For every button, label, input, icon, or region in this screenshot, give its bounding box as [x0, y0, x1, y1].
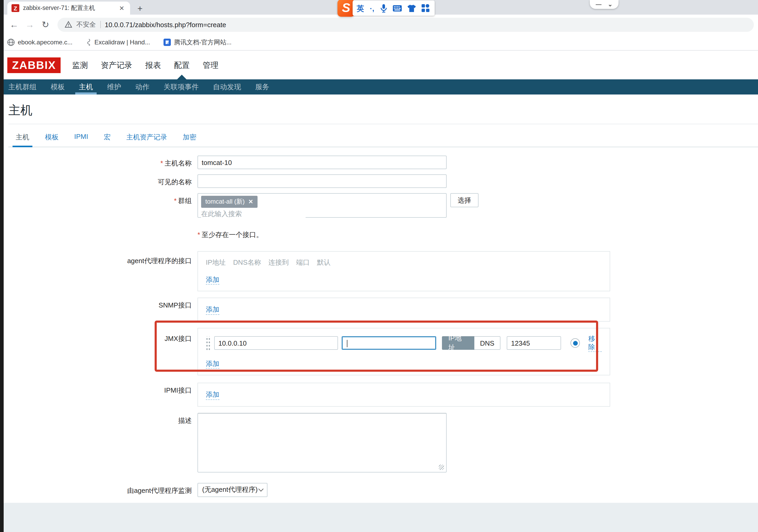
- visible-name-input[interactable]: [197, 174, 447, 188]
- minimize-icon[interactable]: —: [596, 2, 602, 7]
- groups-label: *群组: [8, 193, 197, 206]
- browser-toolbar: ← → ↻ 不安全 10.0.0.71/zabbix/hosts.php?for…: [0, 15, 758, 34]
- agent-columns: IP地址 DNS名称 连接到 端口 默认: [206, 258, 602, 267]
- jmx-dns-input[interactable]: [342, 337, 436, 350]
- screen-edge: [0, 0, 4, 532]
- group-chip-label: tomcat-all (新): [205, 197, 245, 206]
- label-text: IPMI接口: [164, 386, 192, 394]
- subnav-host-groups[interactable]: 主机群组: [8, 79, 37, 94]
- col-port: 端口: [296, 258, 310, 267]
- required-mark: *: [160, 159, 163, 167]
- sogou-logo-icon[interactable]: S: [337, 0, 355, 17]
- bookmark-excalidraw[interactable]: Excalidraw | Hand...: [86, 39, 150, 46]
- chevron-down-icon[interactable]: ⌄: [608, 2, 612, 7]
- label-text: 由agent代理程序监测: [127, 486, 192, 494]
- description-textarea[interactable]: [197, 413, 447, 472]
- bookmark-ebook[interactable]: ebook.apecome.c...: [7, 39, 72, 46]
- host-name-label: *主机名称: [8, 155, 197, 168]
- tab-ipmi[interactable]: IPMI: [74, 133, 88, 147]
- tab-title: zabbix-server-71: 配置主机: [23, 4, 114, 12]
- menu-item-administration[interactable]: 管理: [203, 60, 218, 70]
- ime-language-toggle[interactable]: 英: [357, 4, 364, 12]
- tab-macros[interactable]: 宏: [104, 133, 111, 147]
- label-text: JMX接口: [164, 334, 192, 342]
- jmx-remove-link[interactable]: 移除: [588, 334, 602, 352]
- tab-close-icon[interactable]: ✕: [118, 4, 126, 12]
- ime-keyboard-icon[interactable]: [393, 5, 401, 11]
- ipmi-interface-box: 添加: [197, 383, 610, 407]
- host-name-input[interactable]: [197, 155, 447, 169]
- snmp-interface-box: 添加: [197, 298, 610, 321]
- bookmark-tencent-docs[interactable]: 腾讯文档-官方网站...: [163, 38, 231, 47]
- subnav-services[interactable]: 服务: [255, 79, 269, 94]
- back-button[interactable]: ←: [7, 20, 21, 29]
- menu-item-reports[interactable]: 报表: [145, 60, 161, 70]
- jmx-add-link[interactable]: 添加: [206, 360, 220, 369]
- agent-add-link[interactable]: 添加: [206, 276, 220, 285]
- subnav-maintenance[interactable]: 维护: [107, 79, 121, 94]
- zabbix-app: ZABBIX 监测 资产记录 报表 配置 管理 主机群组 模板 主机 维护 动作…: [4, 51, 758, 532]
- browser-tab[interactable]: Z zabbix-server-71: 配置主机 ✕: [7, 2, 130, 15]
- col-connect-to: 连接到: [268, 258, 289, 267]
- page-footer: [4, 503, 758, 532]
- interface-note-row: *至少存在一个接口。: [8, 223, 758, 246]
- radio-dot: [573, 341, 577, 346]
- ime-punctuation-toggle[interactable]: ·,: [370, 4, 374, 12]
- col-ip: IP地址: [206, 258, 226, 267]
- ime-microphone-icon[interactable]: [380, 4, 387, 12]
- ime-toolbox-icon[interactable]: [421, 4, 429, 12]
- forward-button[interactable]: →: [23, 20, 37, 29]
- form-tabs: 主机 模板 IPMI 宏 主机资产记录 加密: [8, 126, 758, 147]
- subnav-templates[interactable]: 模板: [51, 79, 65, 94]
- menu-item-inventory[interactable]: 资产记录: [101, 60, 132, 70]
- chip-remove-icon[interactable]: ✕: [248, 198, 253, 205]
- url-separator: [100, 21, 101, 28]
- ime-toolbar: S 英 ·,: [337, 1, 434, 16]
- drag-handle[interactable]: [206, 336, 211, 350]
- new-tab-button[interactable]: +: [137, 4, 143, 13]
- jmx-default-radio[interactable]: [571, 339, 580, 348]
- reload-button[interactable]: ↻: [39, 20, 52, 29]
- address-bar[interactable]: 不安全 10.0.0.71/zabbix/hosts.php?form=crea…: [57, 17, 754, 32]
- label-text: 可见的名称: [158, 178, 192, 186]
- host-form: *主机名称 可见的名称 *群组 tomcat-all (新) ✕: [4, 147, 758, 532]
- tab-host[interactable]: 主机: [16, 133, 29, 147]
- excalidraw-icon: [86, 39, 91, 46]
- jmx-interface-line: IP地址 DNS 移除: [206, 334, 602, 352]
- monitored-by-label: 由agent代理程序监测: [8, 483, 197, 495]
- security-label[interactable]: 不安全: [76, 20, 96, 29]
- monitored-by-select[interactable]: (无agent代理程序): [197, 483, 267, 497]
- menu-item-monitoring[interactable]: 监测: [72, 60, 88, 70]
- subnav-actions[interactable]: 动作: [135, 79, 150, 94]
- tab-host-inventory[interactable]: 主机资产记录: [126, 133, 167, 147]
- menu-item-configuration[interactable]: 配置: [174, 60, 190, 70]
- bookmark-label: Excalidraw | Hand...: [94, 39, 150, 46]
- label-text: SNMP接口: [158, 302, 192, 309]
- zabbix-logo[interactable]: ZABBIX: [7, 57, 61, 73]
- snmp-add-link[interactable]: 添加: [206, 306, 220, 315]
- label-text: 主机名称: [164, 159, 192, 167]
- bookmarks-bar: ebook.apecome.c... Excalidraw | Hand... …: [0, 34, 758, 50]
- subnav-discovery[interactable]: 自动发现: [213, 79, 241, 94]
- subnav-event-correlation[interactable]: 关联项事件: [163, 79, 199, 94]
- groups-search-input[interactable]: [201, 210, 306, 218]
- jmx-dns-toggle[interactable]: DNS: [474, 337, 501, 350]
- text-caret: [347, 340, 348, 348]
- groups-multiselect[interactable]: tomcat-all (新) ✕: [197, 193, 447, 218]
- jmx-ip-toggle[interactable]: IP地址: [442, 337, 474, 350]
- bookmark-label: ebook.apecome.c...: [18, 39, 72, 46]
- ime-skin-icon[interactable]: [407, 4, 416, 12]
- jmx-port-input[interactable]: [507, 337, 561, 350]
- group-select-button[interactable]: 选择: [450, 193, 478, 207]
- ipmi-add-link[interactable]: 添加: [206, 391, 220, 400]
- page-content: 主机 主机 模板 IPMI 宏 主机资产记录 加密 *主机名称 可见的名称: [4, 94, 758, 532]
- agent-interface-label: agent代理程序的接口: [8, 251, 197, 266]
- tab-templates[interactable]: 模板: [45, 133, 58, 147]
- visible-name-row: 可见的名称: [8, 174, 758, 188]
- subnav-hosts[interactable]: 主机: [79, 79, 93, 94]
- label-text: 群组: [178, 197, 192, 205]
- col-dns: DNS名称: [233, 258, 261, 267]
- jmx-ip-input[interactable]: [214, 337, 338, 350]
- screen: Z zabbix-server-71: 配置主机 ✕ + S 英 ·,: [0, 0, 758, 532]
- tab-encryption[interactable]: 加密: [183, 133, 196, 147]
